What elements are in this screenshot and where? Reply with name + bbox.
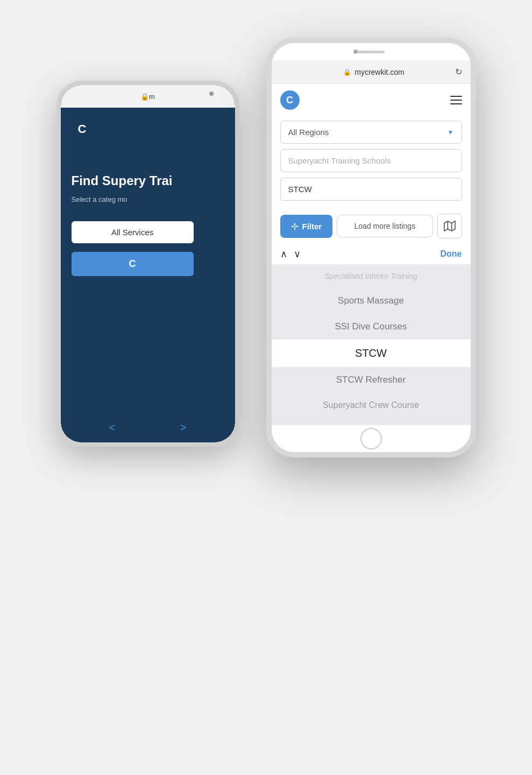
front-phone-top	[272, 43, 471, 60]
back-phone-browser-bar: 🔒 m	[61, 85, 235, 108]
front-camera-dot	[353, 50, 358, 54]
home-button[interactable]	[360, 428, 382, 449]
back-lock-icon: 🔒	[140, 93, 149, 101]
picker-item-2[interactable]: SSI Dive Courses	[272, 314, 471, 340]
filter-button[interactable]: ⊹ Filter	[280, 215, 333, 238]
picker-nav: ∧ ∨ Done	[272, 244, 471, 264]
browser-url-text: mycrewkit.com	[354, 68, 405, 76]
picker-list[interactable]: Specialised Interior Training Sports Mas…	[272, 264, 471, 425]
back-phone-camera	[209, 91, 214, 96]
back-nav-forward[interactable]: >	[180, 421, 187, 434]
search-section: All Regions ▼ Superyacht Training School…	[272, 116, 471, 210]
app-content: C All Regions ▼ Superyacht Training Scho…	[272, 84, 471, 425]
picker-down-arrow[interactable]: ∨	[294, 248, 301, 260]
lock-icon: 🔒	[343, 68, 351, 76]
category-placeholder: Superyacht Training Schools	[288, 156, 391, 165]
front-phone-bottom	[272, 425, 471, 452]
picker-item-1[interactable]: Sports Massage	[272, 288, 471, 314]
picker-arrows: ∧ ∨	[280, 248, 301, 260]
back-logo-letter: C	[78, 122, 87, 136]
category-field[interactable]: Superyacht Training Schools	[280, 149, 462, 172]
back-subtext: Select a categ mo	[72, 194, 127, 205]
hamburger-line-1	[450, 96, 462, 97]
back-browser-url: m	[149, 93, 155, 101]
app-logo[interactable]: C	[280, 90, 300, 110]
regions-label: All Regions	[288, 128, 329, 137]
hamburger-line-2	[450, 100, 462, 101]
picker-up-arrow[interactable]: ∧	[280, 248, 287, 260]
back-phone-nav: < >	[61, 421, 235, 434]
reload-icon[interactable]: ↻	[455, 67, 462, 77]
filter-icon: ⊹	[291, 221, 298, 231]
scene: 🔒 m C Find Supery Trai Select a categ mo…	[56, 38, 476, 737]
hamburger-line-3	[450, 103, 462, 104]
picker-item-6[interactable]: Superyacht Stewardess Course	[272, 418, 471, 425]
picker-item-3[interactable]: STCW	[272, 340, 471, 367]
regions-dropdown[interactable]: All Regions ▼	[280, 121, 462, 144]
back-cta-button[interactable]: C	[72, 252, 194, 276]
phone-front: 🔒 mycrewkit.com ↻ C	[266, 38, 476, 457]
picker-item-4[interactable]: STCW Refresher	[272, 367, 471, 393]
search-value: STCW	[288, 185, 312, 194]
load-more-button[interactable]: Load more listings	[337, 215, 432, 237]
filter-label: Filter	[302, 222, 322, 231]
picker-item-0[interactable]: Specialised Interior Training	[272, 264, 471, 288]
back-logo: C	[72, 118, 93, 140]
map-button[interactable]	[437, 214, 462, 238]
action-bar: ⊹ Filter Load more listings	[272, 210, 471, 244]
map-icon	[444, 220, 456, 232]
app-nav: C	[272, 84, 471, 116]
hamburger-menu[interactable]	[450, 96, 462, 104]
picker-item-5[interactable]: Superyacht Crew Course	[272, 393, 471, 418]
browser-bar: 🔒 mycrewkit.com ↻	[272, 60, 471, 84]
front-speaker	[358, 51, 385, 53]
picker-done-button[interactable]: Done	[441, 249, 462, 259]
phone-back: 🔒 m C Find Supery Trai Select a categ mo…	[56, 81, 239, 447]
back-nav-back[interactable]: <	[109, 421, 116, 434]
svg-marker-0	[444, 221, 455, 231]
search-field[interactable]: STCW	[280, 178, 462, 201]
regions-dropdown-arrow: ▼	[448, 129, 454, 136]
browser-url-area: 🔒 mycrewkit.com	[343, 68, 405, 76]
back-phone-content: C Find Supery Trai Select a categ mo All…	[61, 108, 235, 442]
all-services-button[interactable]: All Services	[72, 221, 194, 243]
back-headline: Find Supery Trai	[72, 172, 173, 189]
